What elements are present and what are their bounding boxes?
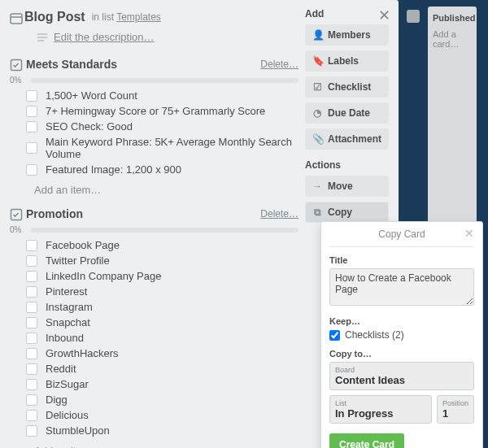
checklist-item-checkbox[interactable]: [26, 410, 37, 421]
keep-checklists-checkbox[interactable]: [329, 330, 340, 341]
checklist-item-checkbox[interactable]: [26, 255, 37, 267]
checklist-item[interactable]: GrowthHackers: [26, 346, 298, 361]
members-button[interactable]: 👤Members: [305, 24, 389, 46]
checklist-item[interactable]: Instagram: [26, 299, 298, 315]
checklist-item-checkbox[interactable]: [26, 271, 37, 282]
checklist-item-checkbox[interactable]: [26, 164, 37, 176]
due-date-button[interactable]: ◔Due Date: [305, 102, 389, 124]
checklist-item-text: Snapchat: [46, 316, 90, 328]
card-list-context: in list Templates: [92, 11, 161, 23]
popover-close-icon[interactable]: ✕: [464, 227, 474, 240]
checklist-item[interactable]: 7+ Hemingway Score or 75+ Grammarly Scor…: [26, 103, 298, 119]
members-icon: 👤: [312, 29, 322, 41]
list-link[interactable]: Templates: [116, 11, 161, 23]
checklist-item-checkbox[interactable]: [26, 106, 37, 117]
move-button[interactable]: →Move: [305, 176, 389, 197]
checklist-item-checkbox[interactable]: [26, 90, 37, 102]
checklist-item-checkbox[interactable]: [26, 333, 37, 344]
checklist-item-checkbox[interactable]: [26, 379, 37, 390]
checklist-item-text: Twitter Profile: [46, 254, 110, 267]
checklist-item-text: Featured Image: 1,200 x 900: [46, 163, 181, 176]
board-select[interactable]: Board Content Ideas: [329, 362, 474, 390]
checklist-progress-bar: [31, 78, 298, 83]
title-label: Title: [329, 255, 474, 265]
checklist-item-text: Instagram: [46, 301, 93, 313]
checklist-item-checkbox[interactable]: [26, 302, 37, 313]
description-row[interactable]: Edit the description…: [10, 28, 298, 54]
checklist-section: PromotionDelete…0%Facebook PageTwitter P…: [10, 204, 298, 448]
checklist-item-checkbox[interactable]: [26, 363, 37, 375]
checklist-item[interactable]: Inbound: [26, 330, 298, 346]
checklist-item[interactable]: Digg: [26, 392, 298, 407]
checklist-item[interactable]: LinkedIn Company Page: [26, 268, 298, 284]
description-icon: [37, 33, 47, 41]
checklist-item[interactable]: SEO Check: Good: [26, 119, 298, 134]
checklist-section: Meets StandardsDelete…0%1,500+ Word Coun…: [10, 54, 298, 204]
checklist-progress-bar: [31, 228, 298, 233]
checklist-item-text: Inbound: [46, 332, 84, 344]
keep-checklists-row[interactable]: Checklists (2): [329, 329, 474, 341]
checklist-item[interactable]: Main Keyword Phrase: 5K+ Average Monthly…: [26, 134, 298, 162]
labels-button[interactable]: 🔖Labels: [305, 50, 389, 72]
card-title[interactable]: Blog Post: [24, 10, 85, 24]
checklist-item-checkbox[interactable]: [26, 121, 37, 133]
add-checklist-item[interactable]: Add an item…: [10, 177, 298, 196]
edit-description-link[interactable]: Edit the description…: [54, 31, 155, 43]
checklist-item-text: GrowthHackers: [46, 347, 119, 359]
checklist-item-checkbox[interactable]: [26, 142, 37, 154]
checklist-item-checkbox[interactable]: [26, 425, 37, 437]
svg-rect-0: [11, 14, 22, 24]
sidebar-add-heading: Add: [305, 8, 389, 20]
checklist-delete-link[interactable]: Delete…: [260, 59, 298, 70]
checklist-icon: [10, 59, 23, 72]
keep-label: Keep…: [329, 316, 474, 326]
move-icon: →: [312, 181, 322, 192]
popover-title: Copy Card ✕: [329, 222, 474, 247]
checklist-item[interactable]: Snapchat: [26, 315, 298, 330]
checklist-item[interactable]: Featured Image: 1,200 x 900: [26, 162, 298, 177]
checklist-item-text: Delicious: [46, 409, 89, 421]
checklist-item[interactable]: 1,500+ Word Count: [26, 88, 298, 103]
card-icon: [10, 12, 23, 25]
checklist-item-text: Pinterest: [46, 285, 87, 298]
checklist-title[interactable]: Meets Standards: [26, 58, 117, 71]
checklist-item[interactable]: Reddit: [26, 361, 298, 376]
checklist-percent: 0%: [10, 225, 24, 234]
copy-card-popover: Copy Card ✕ Title Keep… Checklists (2) C…: [320, 221, 483, 448]
checklist-title[interactable]: Promotion: [26, 207, 83, 220]
checklist-item[interactable]: Pinterest: [26, 284, 298, 299]
checklist-item-text: Reddit: [46, 363, 76, 375]
checklist-item-text: LinkedIn Company Page: [46, 270, 161, 282]
checklist-percent: 0%: [10, 76, 24, 85]
copy-title-input[interactable]: [329, 268, 474, 306]
position-select[interactable]: Position 1: [437, 395, 474, 424]
checklist-button[interactable]: ☑Checklist: [305, 76, 389, 98]
labels-icon: 🔖: [312, 55, 322, 67]
sidebar-actions-heading: Actions: [305, 159, 389, 171]
list-select[interactable]: List In Progress: [329, 395, 432, 424]
checklist-item[interactable]: Delicious: [26, 407, 298, 423]
copy-button[interactable]: ⧉Copy: [305, 202, 389, 223]
card-sidebar: Add 👤Members 🔖Labels ☑Checklist ◔Due Dat…: [305, 8, 389, 228]
copy-icon: ⧉: [312, 207, 322, 218]
create-card-button[interactable]: Create Card: [329, 433, 404, 448]
checklist-item-text: Main Keyword Phrase: 5K+ Average Monthly…: [46, 136, 298, 160]
attachment-button[interactable]: 📎Attachment: [305, 128, 389, 150]
checklist-item-checkbox[interactable]: [26, 240, 37, 251]
checklist-icon: ☑: [312, 81, 322, 93]
checklist-item-text: BizSugar: [46, 378, 89, 390]
checklist-item-text: SEO Check: Good: [46, 120, 133, 133]
checklist-delete-link[interactable]: Delete…: [260, 208, 298, 220]
checklist-item-checkbox[interactable]: [26, 348, 37, 359]
copy-to-label: Copy to…: [329, 349, 474, 359]
checklist-item[interactable]: StumbleUpon: [26, 423, 298, 438]
checklist-item-text: Digg: [46, 394, 68, 406]
checklist-item-checkbox[interactable]: [26, 286, 37, 298]
checklist-item[interactable]: Facebook Page: [26, 237, 298, 253]
checklist-item-text: 1,500+ Word Count: [46, 89, 137, 102]
add-checklist-item[interactable]: Add an item…: [10, 438, 298, 448]
checklist-item-checkbox[interactable]: [26, 394, 37, 406]
checklist-item[interactable]: BizSugar: [26, 376, 298, 392]
checklist-item-checkbox[interactable]: [26, 317, 37, 328]
checklist-item[interactable]: Twitter Profile: [26, 253, 298, 268]
